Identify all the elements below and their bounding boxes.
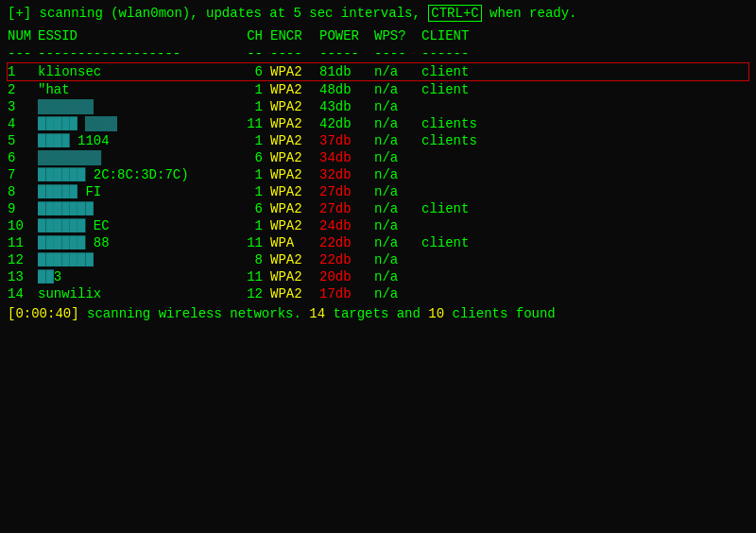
cell-encr: WPA2: [270, 64, 319, 79]
cell-power: 20db: [319, 269, 374, 284]
cell-essid: "hat: [38, 82, 236, 97]
cell-ch: 11: [236, 116, 270, 131]
col-power-header: POWER: [319, 28, 374, 43]
cell-essid: █████ FI: [38, 184, 236, 199]
cell-ch: 1: [236, 82, 270, 97]
cell-wps: n/a: [374, 252, 421, 267]
cell-encr: WPA2: [270, 150, 319, 165]
sep-essid: ------------------: [38, 46, 236, 61]
cell-essid: █████ Ba█e: [38, 116, 236, 131]
cell-wps: n/a: [374, 218, 421, 233]
header-prefix: [+] scanning (wlan0mon), updates at 5 se…: [8, 6, 428, 21]
cell-power: 32db: [319, 167, 374, 182]
col-client-header: CLIENT: [421, 28, 497, 43]
cell-client: clients: [421, 116, 497, 131]
ctrl-c-label: CTRL+C: [428, 5, 481, 22]
col-ch-header: CH: [236, 28, 270, 43]
cell-client: client: [421, 82, 497, 97]
cell-power: 81db: [319, 64, 374, 79]
table-row: 8 █████ FI 1 WPA2 27db n/a: [8, 183, 748, 200]
sep-ch: --: [236, 46, 270, 61]
cell-encr: WPA2: [270, 218, 319, 233]
cell-num: 2: [8, 82, 38, 97]
cell-encr: WPA2: [270, 133, 319, 148]
cell-ch: 6: [236, 64, 270, 79]
cell-wps: n/a: [374, 269, 421, 284]
cell-encr: WPA2: [270, 167, 319, 182]
cell-wps: n/a: [374, 235, 421, 250]
cell-power: 24db: [319, 218, 374, 233]
table-row: 13 ██3 11 WPA2 20db n/a: [8, 268, 748, 285]
cell-essid: ███████: [38, 252, 236, 267]
cell-power: 27db: [319, 201, 374, 216]
cell-ch: 11: [236, 269, 270, 284]
table-row: 9 ███████ 6 WPA2 27db n/a client: [8, 200, 748, 217]
cell-encr: WPA2: [270, 99, 319, 114]
sep-encr: ----: [270, 46, 319, 61]
cell-num: 5: [8, 133, 38, 148]
cell-power: 48db: [319, 82, 374, 97]
cell-power: 43db: [319, 99, 374, 114]
cell-ch: 1: [236, 218, 270, 233]
footer-time: [0:00:40]: [8, 306, 79, 321]
cell-essid: ██3: [38, 269, 236, 284]
cell-num: 12: [8, 252, 38, 267]
cell-power: 22db: [319, 235, 374, 250]
cell-num: 4: [8, 116, 38, 131]
cell-essid: ██████ EC: [38, 218, 236, 233]
cell-num: 7: [8, 167, 38, 182]
col-encr-header: ENCR: [270, 28, 319, 43]
col-wps-header: WPS?: [374, 28, 421, 43]
cell-ch: 8: [236, 252, 270, 267]
cell-power: 37db: [319, 133, 374, 148]
cell-encr: WPA2: [270, 82, 319, 97]
cell-ch: 11: [236, 235, 270, 250]
sep-num: ---: [8, 46, 38, 61]
cell-wps: n/a: [374, 133, 421, 148]
cell-essid: ██████ 2C:8C:3D:7C): [38, 167, 236, 182]
cell-ch: 1: [236, 184, 270, 199]
cell-wps: n/a: [374, 184, 421, 199]
footer-text2: wireless networks.: [159, 306, 310, 321]
cell-essid: klionsec: [38, 64, 236, 79]
column-headers: NUM ESSID CH ENCR POWER WPS? CLIENT: [8, 26, 748, 45]
sep-client: ------: [421, 46, 497, 61]
cell-num: 1: [8, 64, 38, 79]
cell-client: clients: [421, 133, 497, 148]
cell-power: 34db: [319, 150, 374, 165]
cell-power: 27db: [319, 184, 374, 199]
cell-essid: ███████: [38, 99, 236, 114]
cell-ch: 1: [236, 167, 270, 182]
footer-text4: clients found: [444, 306, 556, 321]
header-line: [+] scanning (wlan0mon), updates at 5 se…: [8, 6, 748, 21]
cell-encr: WPA2: [270, 116, 319, 131]
cell-num: 8: [8, 184, 38, 199]
table-row: 3 ███████ 1 WPA2 43db n/a: [8, 98, 748, 115]
cell-essid: ████ 1104: [38, 133, 236, 148]
cell-ch: 1: [236, 99, 270, 114]
cell-essid: ████████: [38, 150, 236, 165]
cell-wps: n/a: [374, 150, 421, 165]
table-row: 6 ████████ 6 WPA2 34db n/a: [8, 149, 748, 166]
footer-text1: scanning: [79, 306, 159, 321]
footer-line: [0:00:40] scanning wireless networks. 14…: [8, 306, 748, 321]
footer-targets: 14: [309, 306, 325, 321]
sep-wps: ----: [374, 46, 421, 61]
cell-num: 11: [8, 235, 38, 250]
cell-num: 3: [8, 99, 38, 114]
cell-client: client: [421, 64, 497, 79]
cell-client: client: [421, 235, 497, 250]
cell-encr: WPA: [270, 235, 319, 250]
cell-ch: 6: [236, 201, 270, 216]
cell-power: 17db: [319, 286, 374, 301]
table-row: 7 ██████ 2C:8C:3D:7C) 1 WPA2 32db n/a: [8, 166, 748, 183]
cell-num: 14: [8, 286, 38, 301]
table-row: 11 ██████ 88 11 WPA 22db n/a client: [8, 234, 748, 251]
cell-client: client: [421, 201, 497, 216]
cell-num: 10: [8, 218, 38, 233]
terminal: [+] scanning (wlan0mon), updates at 5 se…: [0, 0, 756, 533]
cell-num: 6: [8, 150, 38, 165]
cell-ch: 1: [236, 133, 270, 148]
cell-wps: n/a: [374, 99, 421, 114]
cell-essid: ██████ 88: [38, 235, 236, 250]
